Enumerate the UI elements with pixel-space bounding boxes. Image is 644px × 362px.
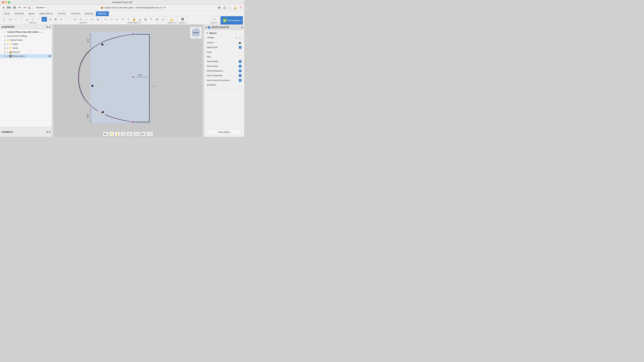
file-dropdown-button[interactable]: 💾▾ bbox=[6, 5, 12, 10]
tab-sketch[interactable]: SKETCH bbox=[96, 11, 109, 16]
sym-tool[interactable]: × bbox=[148, 17, 154, 22]
mirror-tool[interactable]: ⊧ bbox=[59, 17, 64, 22]
snap-checkbox[interactable] bbox=[239, 51, 242, 53]
collinear-tool[interactable]: ○ bbox=[109, 17, 114, 22]
tab-manage[interactable]: MANAGE bbox=[82, 11, 96, 16]
add-tab-button[interactable]: ➕ bbox=[217, 5, 221, 10]
pan-tool[interactable]: ✋ bbox=[115, 132, 120, 136]
curv-tool[interactable]: ⊡ bbox=[154, 17, 160, 22]
grid-menu-button[interactable]: ⊞ bbox=[1, 5, 6, 10]
show-profile-checkbox[interactable]: ✓ bbox=[239, 60, 242, 63]
lock-tool[interactable]: 🔒 bbox=[132, 17, 137, 22]
fillet-tool[interactable]: ⌒ bbox=[66, 17, 72, 22]
insert-image-tool[interactable]: 🖼 bbox=[180, 17, 185, 22]
canvas[interactable]: → → → → 2.00 bbox=[52, 25, 204, 137]
palette-collapse-icon[interactable]: ◀ bbox=[206, 26, 207, 28]
measure-tool[interactable]: 📐 bbox=[170, 17, 175, 22]
finish-sketch-arrow[interactable]: ▾ bbox=[240, 19, 241, 21]
sketch-viewport[interactable]: → → → → 2.00 bbox=[52, 25, 204, 137]
tab-surface[interactable]: SURFACE bbox=[12, 11, 26, 16]
midpoint-tool[interactable]: △ bbox=[137, 17, 142, 22]
palette-expand-icon[interactable]: ▶ bbox=[242, 26, 243, 28]
linetype-btn2[interactable]: ⬜ bbox=[238, 36, 242, 39]
maximize-button[interactable] bbox=[8, 1, 10, 3]
select-snap-tool[interactable]: ⊕ ▾ bbox=[103, 132, 108, 136]
trim-tool2[interactable]: ✁ bbox=[78, 17, 83, 22]
coincident-tool[interactable]: — bbox=[103, 17, 108, 22]
tree-item-joints[interactable]: ▶ 👁 📁 Joints bbox=[0, 46, 52, 50]
finish-sketch-label[interactable]: Finish Sketch bbox=[228, 19, 240, 21]
show-constraints-checkbox[interactable]: ✓ bbox=[239, 74, 242, 77]
perp-tool[interactable]: ⊢ bbox=[114, 17, 120, 22]
browser-collapse-icon[interactable]: ◀ bbox=[1, 26, 3, 28]
tree-item-origin[interactable]: ▶ 👁 📁 Origin bbox=[0, 42, 52, 46]
tree-item-phone1[interactable]: ▶ 👁 📦 Phone:1 bbox=[0, 50, 52, 54]
sketch-3d-checkbox[interactable] bbox=[239, 84, 242, 86]
circle-tool[interactable]: ○ bbox=[13, 17, 18, 22]
trim-tool[interactable]: ✂ bbox=[42, 17, 47, 22]
options-section-header[interactable]: ▼ Options bbox=[204, 31, 244, 35]
tree-item-named-views[interactable]: ▶ 📁 Named Views bbox=[0, 38, 52, 42]
tab-plastic[interactable]: PLASTIC bbox=[55, 11, 68, 16]
slice-checkbox[interactable] bbox=[239, 55, 242, 58]
linetype-btn1[interactable]: ⟨ bbox=[234, 36, 238, 39]
move-tool[interactable]: ⧄ bbox=[95, 17, 100, 22]
sketch-grid-checkbox[interactable]: ✓ bbox=[239, 46, 242, 49]
fix-tool[interactable]: ⊣ bbox=[160, 17, 165, 22]
undo-button[interactable]: ↩▾ bbox=[17, 5, 22, 10]
corner-tool[interactable]: ⌐ bbox=[36, 17, 41, 22]
bell-button[interactable]: 🔔 bbox=[233, 5, 238, 10]
tab-utilities[interactable]: UTILITIES bbox=[68, 11, 82, 16]
polygon-tool[interactable]: △ bbox=[24, 17, 30, 22]
tab-sheet-metal[interactable]: SHEET METAL bbox=[37, 11, 55, 16]
tab-mesh[interactable]: MESH bbox=[26, 11, 37, 16]
display-mode-tool[interactable]: ⬜ ▾ bbox=[133, 132, 140, 136]
origin-eye[interactable]: 👁 bbox=[7, 43, 8, 45]
concentric-tool[interactable]: ◎ bbox=[143, 17, 148, 22]
tree-item-doc-settings[interactable]: ▶ ⚙️ Document Settings bbox=[0, 34, 52, 38]
offset-tool[interactable]: ⊃ bbox=[47, 17, 53, 22]
project-tool[interactable]: ⥺ bbox=[53, 17, 58, 22]
show-points-checkbox[interactable]: ✓ bbox=[239, 65, 242, 67]
joints-eye[interactable]: 👁 bbox=[7, 47, 8, 49]
rect-tool[interactable]: ▭ bbox=[8, 17, 13, 22]
show-projected-checkbox[interactable]: ✓ bbox=[239, 79, 242, 82]
phone1-eye[interactable]: 👁 bbox=[7, 51, 8, 53]
view-cube[interactable]: Z FRONT bbox=[189, 26, 202, 39]
browser-expand-icon[interactable]: ⊕ bbox=[49, 26, 50, 28]
grid-tool[interactable]: ⊞ ▾ bbox=[140, 132, 146, 136]
measure-canvas-tool[interactable]: 📏 bbox=[109, 132, 114, 136]
extend-tool[interactable]: → bbox=[84, 17, 89, 22]
comments-expand[interactable]: ⊕ bbox=[49, 131, 50, 133]
line-tool[interactable]: ╱ bbox=[2, 17, 7, 22]
equal-tool[interactable]: = bbox=[120, 17, 126, 22]
home-button[interactable]: 🏠 bbox=[27, 5, 32, 10]
close-file-button[interactable]: ✕ bbox=[164, 6, 166, 9]
arc-tool[interactable]: ⌒ bbox=[19, 17, 24, 22]
finish-sketch-check[interactable]: ✅ bbox=[222, 18, 228, 23]
dim-tool[interactable]: ⊢ bbox=[30, 17, 36, 22]
clock-button[interactable]: 🕐 bbox=[228, 5, 232, 10]
orbit-tool[interactable]: 🔍 bbox=[120, 132, 126, 136]
design-dropdown[interactable]: DESIGN ▾ bbox=[34, 5, 47, 10]
tab-solid[interactable]: SOLID bbox=[1, 11, 12, 16]
close-button[interactable] bbox=[2, 1, 4, 3]
finish-sketch-button[interactable]: Finish Sketch bbox=[207, 130, 242, 135]
minimize-button[interactable] bbox=[5, 1, 7, 3]
browser-settings-icon[interactable]: ⚙ bbox=[46, 26, 48, 28]
select-tool[interactable]: ↖ bbox=[210, 17, 218, 22]
phone-case-eye[interactable]: 👁 bbox=[7, 55, 8, 57]
save-button[interactable]: 💾 bbox=[12, 5, 16, 10]
comments-settings[interactable]: ⚙ bbox=[46, 131, 48, 133]
look-at-btn[interactable]: 📷 bbox=[238, 41, 242, 44]
zoom-tool[interactable]: 🔍 ▾ bbox=[126, 132, 133, 136]
tree-item-phone-case[interactable]: ▶ 👁 Phone Case:1 bbox=[0, 54, 52, 58]
redo-button[interactable]: ↪▾ bbox=[22, 5, 27, 10]
break-tool[interactable]: ⊣ bbox=[90, 17, 95, 22]
browser-refresh[interactable]: 🔄 bbox=[222, 5, 227, 10]
offset-tool2[interactable]: ⊃ bbox=[72, 17, 78, 22]
tree-item-root[interactable]: ▼ 📄 Custom Phone Case with Lattice – ... bbox=[0, 30, 52, 34]
show-dimensions-checkbox[interactable]: ✓ bbox=[239, 69, 242, 72]
view-options-tool[interactable]: ⬜ ▾ bbox=[146, 132, 153, 136]
question-button[interactable]: ❓ bbox=[238, 5, 243, 10]
